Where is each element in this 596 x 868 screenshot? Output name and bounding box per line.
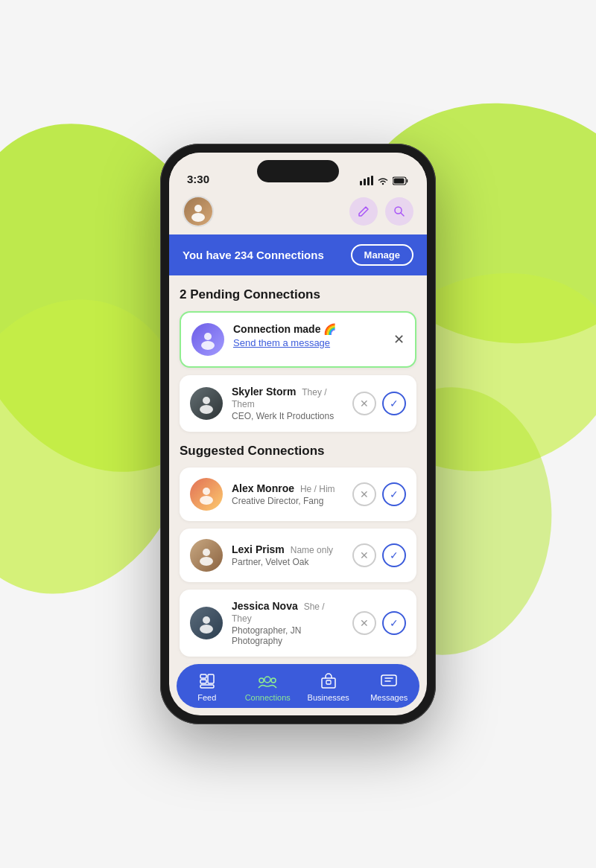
nav-item-businesses[interactable]: Businesses [298,671,359,702]
svg-rect-6 [364,179,366,185]
alex-name: Alex Monroe He / Him [232,482,343,494]
jessica-avatar [190,607,223,639]
signal-icon [360,176,373,185]
skyler-actions: ✕ ✓ [352,392,406,415]
svg-point-20 [203,549,210,556]
pending-section-title: 2 Pending Connections [180,287,416,302]
lexi-name: Lexi Prism Name only [232,543,343,555]
svg-rect-25 [200,680,206,683]
businesses-label: Businesses [308,693,349,702]
phone-shell: 3:30 [160,144,436,724]
connection-made-avatar [191,323,224,356]
reject-jessica-button[interactable]: ✕ [352,611,376,635]
svg-point-12 [191,213,205,222]
svg-point-15 [201,341,215,350]
lexi-avatar [190,539,223,572]
search-icon [393,205,405,217]
reject-skyler-button[interactable]: ✕ [352,392,376,415]
close-connection-made-button[interactable]: ✕ [393,331,405,348]
svg-point-17 [200,405,213,414]
connections-label: Connections [245,693,291,702]
svg-point-28 [264,677,270,683]
feed-label: Feed [197,693,216,702]
alex-role: Creative Director, Fang [232,496,343,506]
lexi-pronouns: Name only [291,545,333,555]
svg-point-21 [200,557,213,566]
svg-rect-26 [208,674,214,683]
svg-rect-8 [371,176,373,185]
svg-rect-5 [360,181,362,185]
search-button[interactable] [385,197,413,226]
page-wrapper: 3:30 [0,0,596,868]
reject-alex-button[interactable]: ✕ [352,482,376,506]
svg-point-30 [271,678,276,683]
lexi-info: Lexi Prism Name only Partner, Velvet Oak [232,543,343,567]
svg-rect-27 [200,685,214,688]
main-content: 2 Pending Connections Connection made 🌈 … [169,275,427,664]
svg-rect-10 [394,178,405,183]
alex-avatar [190,478,223,511]
connection-made-info: Connection made 🌈 Send them a message [233,323,405,348]
svg-point-11 [194,205,202,212]
svg-point-14 [204,333,212,340]
pencil-icon [358,205,370,217]
skyler-info: Skyler Storm They / Them CEO, Werk It Pr… [232,386,343,421]
nav-item-feed[interactable]: Feed [177,671,238,702]
svg-point-16 [203,397,210,404]
reject-lexi-button[interactable]: ✕ [352,543,376,567]
jessica-name: Jessica Nova She / They [232,600,343,624]
svg-rect-31 [322,678,335,688]
suggested-section-title: Suggested Connections [180,444,416,459]
lexi-actions: ✕ ✓ [352,543,406,567]
accept-skyler-button[interactable]: ✓ [382,392,406,415]
messages-icon [379,671,399,691]
svg-rect-32 [326,680,331,684]
status-time: 3:30 [187,173,209,185]
svg-point-19 [200,496,213,505]
lexi-role: Partner, Velvet Oak [232,557,343,567]
alex-info: Alex Monroe He / Him Creative Director, … [232,482,343,506]
jessica-actions: ✕ ✓ [352,611,406,635]
feed-icon [197,671,217,691]
svg-point-18 [203,488,210,495]
svg-rect-24 [200,674,206,678]
accept-alex-button[interactable]: ✓ [382,482,406,506]
alex-pronouns: He / Him [300,484,335,494]
edit-button[interactable] [349,197,378,226]
skyler-name: Skyler Storm They / Them [232,386,343,409]
svg-point-23 [200,625,213,634]
svg-point-29 [259,678,264,683]
suggested-card-jessica: Jessica Nova She / They Photographer, JN… [180,590,416,657]
bottom-navigation: Feed Connections [177,664,419,708]
pending-connection-card-skyler: Skyler Storm They / Them CEO, Werk It Pr… [180,375,416,432]
suggested-card-lexi: Lexi Prism Name only Partner, Velvet Oak… [180,529,416,582]
user-avatar[interactable] [183,196,214,227]
alex-actions: ✕ ✓ [352,482,406,506]
status-icons [360,176,409,185]
accept-lexi-button[interactable]: ✓ [382,543,406,567]
connections-banner: You have 234 Connections Manage [169,234,427,275]
send-message-link[interactable]: Send them a message [233,337,405,348]
header-actions [349,197,413,226]
connection-made-title: Connection made 🌈 [233,323,405,335]
connection-made-card: Connection made 🌈 Send them a message ✕ [180,311,416,368]
skyler-role: CEO, Werk It Productions [232,411,343,421]
manage-button[interactable]: Manage [351,244,413,266]
nav-item-connections[interactable]: Connections [238,671,299,702]
wifi-icon [377,176,389,185]
phone-screen: 3:30 [169,153,427,715]
businesses-icon [319,671,338,691]
svg-rect-33 [381,675,396,686]
nav-item-messages[interactable]: Messages [359,671,420,702]
jessica-role: Photographer, JN Photography [232,625,343,646]
battery-icon [393,176,409,185]
svg-point-22 [203,616,210,624]
connections-icon [258,671,277,691]
jessica-info: Jessica Nova She / They Photographer, JN… [232,600,343,646]
accept-jessica-button[interactable]: ✓ [382,611,406,635]
banner-text: You have 234 Connections [183,249,324,261]
svg-rect-7 [367,177,370,185]
app-header [169,190,427,234]
suggested-card-alex: Alex Monroe He / Him Creative Director, … [180,467,416,521]
dynamic-island [257,160,339,182]
